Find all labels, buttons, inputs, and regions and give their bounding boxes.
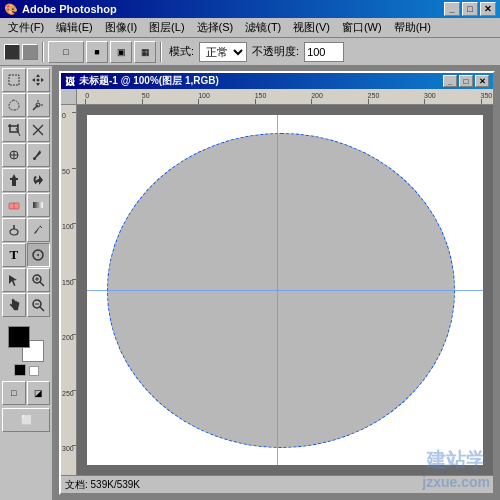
tool-row-6 [2, 193, 50, 217]
standard-mode-btn[interactable]: □ [2, 381, 26, 405]
tool-row-10 [2, 293, 50, 317]
move-tool[interactable] [27, 68, 51, 92]
slice-tool[interactable] [27, 118, 51, 142]
svg-rect-11 [12, 180, 16, 186]
document-title: 未标题-1 @ 100%(图层 1,RGB) [79, 74, 219, 88]
svg-point-10 [33, 157, 36, 160]
text-tool[interactable]: T [2, 243, 26, 267]
pen-tool[interactable] [27, 218, 51, 242]
svg-rect-0 [9, 75, 19, 85]
ruler-h-label-1: 50 [142, 92, 150, 99]
toolbar-btn-6[interactable]: ▦ [134, 41, 156, 63]
opacity-input[interactable]: 100 [304, 42, 344, 62]
main-area: T [0, 66, 500, 500]
default-colors-icon[interactable] [14, 364, 26, 376]
svg-point-1 [37, 79, 40, 82]
foreground-color-swatch[interactable] [8, 326, 30, 348]
ruler-v-label-6: 300 [62, 445, 74, 452]
document-title-bar[interactable]: 🖼 未标题-1 @ 100%(图层 1,RGB) _ □ ✕ [61, 73, 493, 89]
toolbar-btn-2[interactable] [22, 44, 38, 60]
doc-close-btn[interactable]: ✕ [475, 75, 489, 87]
svg-line-20 [40, 282, 44, 286]
menu-window[interactable]: 窗口(W) [336, 18, 388, 37]
ruler-v-label-1: 50 [62, 168, 70, 175]
marquee-tool[interactable] [2, 68, 26, 92]
ruler-h-label-4: 200 [311, 92, 323, 99]
tool-row-2 [2, 93, 50, 117]
svg-point-15 [10, 229, 18, 235]
menu-view[interactable]: 视图(V) [287, 18, 336, 37]
hand-tool[interactable] [2, 293, 26, 317]
menu-filter[interactable]: 滤镜(T) [239, 18, 287, 37]
menu-layer[interactable]: 图层(L) [143, 18, 190, 37]
color-squares[interactable] [8, 326, 44, 362]
title-bar-controls: _ □ ✕ [444, 2, 496, 16]
svg-line-24 [40, 307, 44, 311]
app-icon: 🎨 [4, 3, 18, 16]
svg-point-18 [37, 254, 39, 256]
toolbox: T [0, 66, 54, 500]
history-brush-tool[interactable] [27, 168, 51, 192]
maximize-button[interactable]: □ [462, 2, 478, 16]
canvas-area: 🖼 未标题-1 @ 100%(图层 1,RGB) _ □ ✕ 050100150… [54, 66, 500, 500]
ruler-h-label-5: 250 [368, 92, 380, 99]
dodge-tool[interactable] [2, 218, 26, 242]
tool-row-1 [2, 68, 50, 92]
ruler-h-label-6: 300 [424, 92, 436, 99]
ruler-v-label-4: 200 [62, 334, 74, 341]
tool-row-3 [2, 118, 50, 142]
minimize-button[interactable]: _ [444, 2, 460, 16]
document-canvas[interactable] [77, 105, 493, 475]
zoom-tool[interactable] [27, 268, 51, 292]
ruler-v-label-3: 150 [62, 279, 74, 286]
quick-mask-row: □ ◪ [2, 381, 50, 405]
magic-wand-tool[interactable] [27, 93, 51, 117]
tool-row-7 [2, 218, 50, 242]
horizontal-ruler: 050100150200250300350 [77, 89, 493, 105]
menu-help[interactable]: 帮助(H) [388, 18, 437, 37]
mode-select[interactable]: 正常 [199, 42, 247, 62]
toolbar-btn-3[interactable]: □ [48, 41, 84, 63]
eraser-tool[interactable] [2, 193, 26, 217]
tool-row-5 [2, 168, 50, 192]
menu-image[interactable]: 图像(I) [99, 18, 143, 37]
menu-file[interactable]: 文件(F) [2, 18, 50, 37]
doc-minimize-btn[interactable]: _ [443, 75, 457, 87]
ruler-h-label-3: 150 [255, 92, 267, 99]
toolbar-sep-2 [160, 42, 162, 62]
options-toolbar: □ ■ ▣ ▦ 模式: 正常 不透明度: 100 [0, 38, 500, 66]
color-reset-row [14, 364, 39, 376]
brush-tool[interactable] [27, 143, 51, 167]
screen-mode-btn[interactable]: ⬜ [2, 408, 50, 432]
quick-mask-btn[interactable]: ◪ [27, 381, 51, 405]
vertical-ruler: 050100150200250300 [61, 105, 77, 475]
ruler-v-label-5: 250 [62, 390, 74, 397]
circle-shape [107, 133, 455, 448]
close-button[interactable]: ✕ [480, 2, 496, 16]
gradient-tool[interactable] [27, 193, 51, 217]
ruler-v-label-0: 0 [62, 112, 66, 119]
switch-colors-icon[interactable] [29, 366, 39, 376]
doc-maximize-btn[interactable]: □ [459, 75, 473, 87]
menu-edit[interactable]: 编辑(E) [50, 18, 99, 37]
ruler-corner [61, 89, 77, 105]
crop-tool[interactable] [2, 118, 26, 142]
toolbar-btn-5[interactable]: ▣ [110, 41, 132, 63]
menu-bar: 文件(F) 编辑(E) 图像(I) 图层(L) 选择(S) 滤镜(T) 视图(V… [0, 18, 500, 38]
app-title: Adobe Photoshop [22, 3, 117, 15]
lasso-tool[interactable] [2, 93, 26, 117]
zoom2-tool[interactable] [27, 293, 51, 317]
horizontal-ruler-row: 050100150200250300350 [61, 89, 493, 105]
toolbar-btn-1[interactable] [4, 44, 20, 60]
ruler-v-container: 050100150200250300 [61, 105, 493, 475]
svg-rect-14 [33, 202, 43, 208]
document-window: 🖼 未标题-1 @ 100%(图层 1,RGB) _ □ ✕ 050100150… [59, 71, 495, 495]
direct-select-tool[interactable] [2, 268, 26, 292]
healing-brush-tool[interactable] [2, 143, 26, 167]
toolbar-sep-1 [42, 42, 44, 62]
canvas-background [87, 115, 483, 465]
shape-tool[interactable] [27, 243, 51, 267]
menu-select[interactable]: 选择(S) [191, 18, 240, 37]
clone-stamp-tool[interactable] [2, 168, 26, 192]
toolbar-btn-4[interactable]: ■ [86, 41, 108, 63]
